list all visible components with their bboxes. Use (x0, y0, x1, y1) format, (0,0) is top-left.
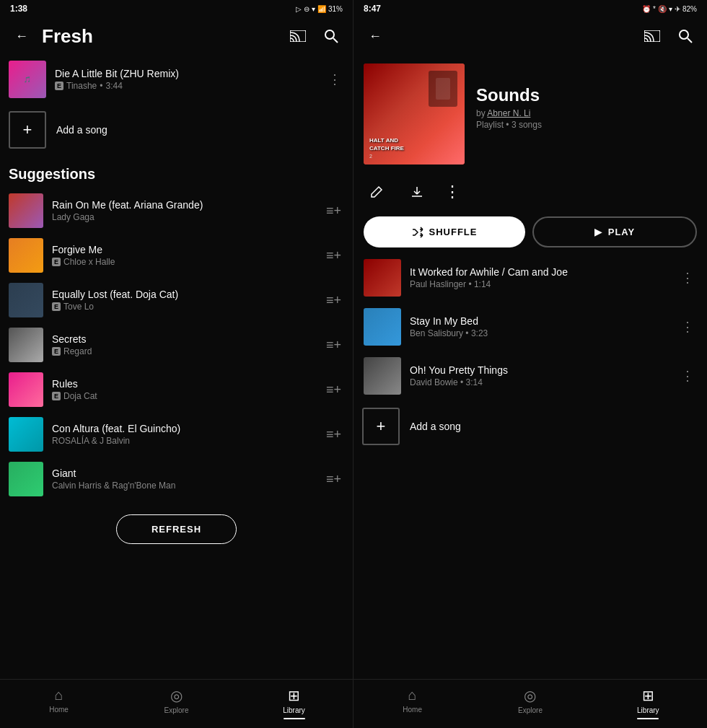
suggestions-title: Suggestions (0, 156, 353, 188)
library-icon-left: ⊞ (288, 687, 300, 704)
svg-point-4 (680, 30, 688, 39)
play-label: PLAY (608, 227, 635, 237)
svg-point-1 (325, 30, 334, 39)
nav-home-label-left: Home (49, 706, 69, 714)
back-button-left[interactable]: ← (9, 23, 35, 49)
add-song-icon-right: + (362, 408, 400, 445)
track-info-2: Oh! You Pretty Things David Bowie • 3:14 (410, 364, 669, 387)
nav-library-label-right: Library (637, 706, 659, 714)
nav-home-right[interactable]: ⌂ Home (354, 684, 471, 722)
playlist-name: Sounds (476, 85, 697, 105)
status-icons-right: ⏰ * 🔇 ▾ ✈ 82% (642, 5, 697, 13)
current-song-row[interactable]: 🎵 Die A Little Bit (ZHU Remix) E Tinashe… (0, 55, 353, 104)
playlist-by: by Abner N. Li (476, 108, 697, 118)
track-thumb-0 (364, 259, 401, 297)
sugg-thumb-1 (9, 238, 43, 273)
sugg-info-4: Rules E Doja Cat (52, 378, 315, 401)
list-item[interactable]: Con Altura (feat. El Guincho) ROSALÍA & … (0, 412, 353, 457)
sugg-info-6: Giant Calvin Harris & Rag'n'Bone Man (52, 468, 315, 491)
add-song-row-left[interactable]: + Add a song (0, 104, 353, 156)
back-button-right[interactable]: ← (362, 23, 388, 49)
edit-button[interactable] (364, 179, 390, 205)
right-scroll-area: HALT ANDCATCH FIRE 2 Sounds by Abner N. … (354, 55, 707, 679)
add-song-label-right: Add a song (410, 421, 461, 432)
table-row[interactable]: Oh! You Pretty Things David Bowie • 3:14… (354, 351, 707, 400)
refresh-button[interactable]: REFRESH (116, 514, 237, 544)
add-queue-btn-0[interactable]: ≡+ (323, 201, 344, 222)
add-queue-btn-2[interactable]: ≡+ (323, 290, 344, 311)
download-button[interactable] (404, 179, 430, 205)
track-info-0: It Worked for Awhile / Cam and Joe Paul … (410, 266, 669, 289)
play-icon: ▶ (594, 227, 602, 237)
playlist-actions: ⋮ (354, 173, 707, 211)
library-icon-right: ⊞ (642, 687, 654, 704)
nav-active-indicator-right (637, 718, 659, 719)
sugg-thumb-5 (9, 417, 43, 452)
nav-library-right[interactable]: ⊞ Library (589, 684, 707, 722)
cast-button-left[interactable] (285, 23, 311, 49)
nav-explore-right[interactable]: ◎ Explore (471, 684, 589, 722)
top-bar-left: ← Fresh (0, 17, 353, 55)
sugg-thumb-4 (9, 372, 43, 407)
track-info-1: Stay In My Bed Ben Salisbury • 3:23 (410, 315, 669, 338)
list-item[interactable]: Equally Lost (feat. Doja Cat) E Tove Lo … (0, 278, 353, 323)
play-controls: SHUFFLE ▶ PLAY (354, 211, 707, 253)
shuffle-button[interactable]: SHUFFLE (364, 216, 525, 247)
time-left: 1:38 (10, 4, 27, 14)
explore-icon-left: ◎ (170, 687, 183, 704)
list-item[interactable]: Rain On Me (feat. Ariana Grande) Lady Ga… (0, 188, 353, 233)
current-song-info: Die A Little Bit (ZHU Remix) E Tinashe •… (55, 68, 317, 91)
playlist-type: Playlist • 3 songs (476, 120, 697, 130)
track-thumb-2 (364, 357, 401, 395)
nav-explore-label-right: Explore (518, 706, 543, 714)
add-queue-btn-6[interactable]: ≡+ (323, 469, 344, 490)
add-song-label-left: Add a song (56, 124, 107, 136)
current-song-thumb: 🎵 (9, 61, 46, 98)
shuffle-icon (412, 227, 423, 238)
list-item[interactable]: Rules E Doja Cat ≡+ (0, 367, 353, 412)
sugg-thumb-3 (9, 328, 43, 362)
more-options-button[interactable]: ⋮ (444, 183, 460, 201)
sugg-thumb-0 (9, 193, 43, 228)
top-bar-right: ← (354, 17, 707, 55)
home-icon-right: ⌂ (408, 687, 417, 703)
cast-button-right[interactable] (639, 23, 665, 49)
list-item[interactable]: Secrets E Regard ≡+ (0, 323, 353, 367)
search-button-left[interactable] (318, 23, 344, 49)
nav-home-left[interactable]: ⌂ Home (0, 684, 118, 722)
bottom-nav-right: ⌂ Home ◎ Explore ⊞ Library (354, 679, 707, 728)
song-more-button[interactable]: ⋮ (325, 69, 344, 90)
shuffle-label: SHUFFLE (429, 227, 478, 237)
sugg-info-0: Rain On Me (feat. Ariana Grande) Lady Ga… (52, 199, 315, 222)
explore-icon-right: ◎ (524, 687, 536, 704)
list-item[interactable]: Giant Calvin Harris & Rag'n'Bone Man ≡+ (0, 457, 353, 501)
track-thumb-1 (364, 308, 401, 346)
table-row[interactable]: It Worked for Awhile / Cam and Joe Paul … (354, 253, 707, 302)
battery-right: 82% (682, 5, 697, 13)
search-button-right[interactable] (672, 23, 698, 49)
sugg-info-3: Secrets E Regard (52, 333, 315, 356)
add-queue-btn-5[interactable]: ≡+ (323, 424, 344, 445)
right-panel: 8:47 ⏰ * 🔇 ▾ ✈ 82% ← (354, 0, 707, 728)
play-button[interactable]: ▶ PLAY (532, 216, 697, 247)
svg-line-2 (333, 38, 338, 43)
sugg-info-5: Con Altura (feat. El Guincho) ROSALÍA & … (52, 423, 315, 446)
svg-line-5 (688, 38, 692, 43)
track-more-btn-1[interactable]: ⋮ (678, 316, 697, 338)
table-row[interactable]: Stay In My Bed Ben Salisbury • 3:23 ⋮ (354, 302, 707, 351)
track-more-btn-0[interactable]: ⋮ (678, 267, 697, 289)
track-more-btn-2[interactable]: ⋮ (678, 365, 697, 387)
left-panel: 1:38 ▷ ⊖ ▾ 📶 31% ← Fresh (0, 0, 354, 728)
add-song-row-right[interactable]: + Add a song (354, 400, 707, 452)
playlist-author-link[interactable]: Abner N. Li (487, 108, 530, 118)
add-queue-btn-4[interactable]: ≡+ (323, 380, 344, 400)
nav-library-left[interactable]: ⊞ Library (235, 684, 353, 722)
left-scroll-area: 🎵 Die A Little Bit (ZHU Remix) E Tinashe… (0, 55, 353, 679)
nav-explore-left[interactable]: ◎ Explore (118, 684, 235, 722)
nav-active-indicator-left (284, 718, 305, 719)
list-item[interactable]: Forgive Me E Chloe x Halle ≡+ (0, 233, 353, 278)
add-queue-btn-1[interactable]: ≡+ (323, 245, 344, 266)
sugg-thumb-6 (9, 462, 43, 496)
add-queue-btn-3[interactable]: ≡+ (323, 335, 344, 356)
nav-home-label-right: Home (403, 706, 422, 714)
